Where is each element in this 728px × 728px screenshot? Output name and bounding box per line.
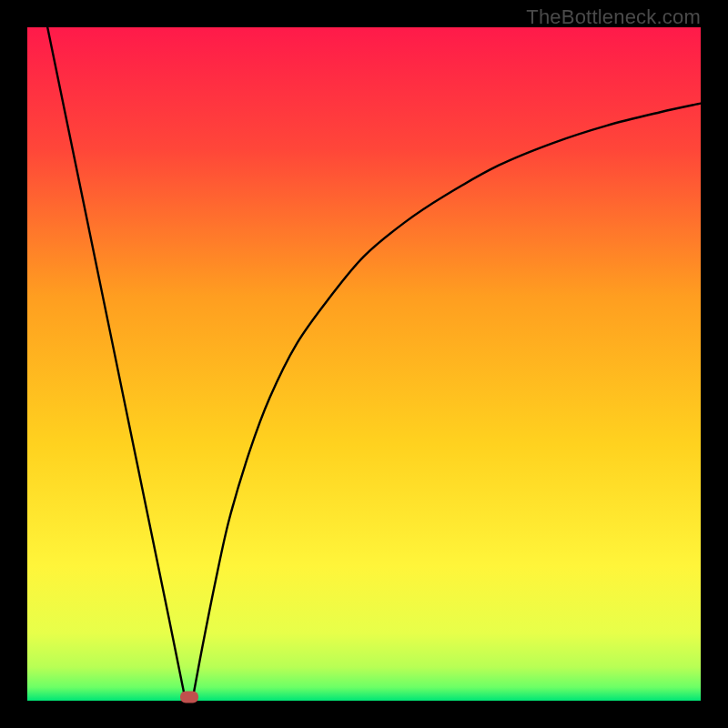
chart-frame [27, 27, 701, 701]
bottleneck-marker [180, 692, 198, 703]
chart-svg [27, 27, 701, 701]
watermark-text: TheBottleneck.com [526, 5, 701, 29]
